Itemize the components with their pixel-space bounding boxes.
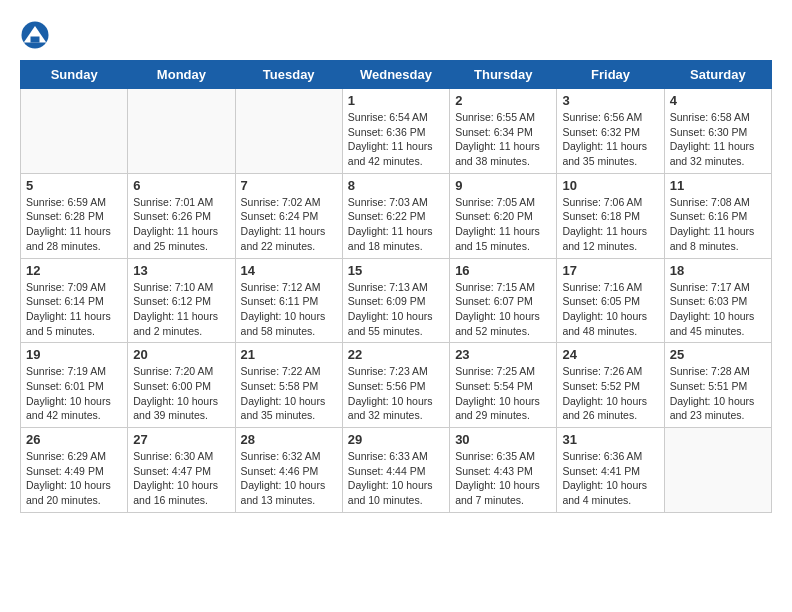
day-number: 12 (26, 263, 122, 278)
day-number: 7 (241, 178, 337, 193)
day-info: Sunrise: 7:26 AM Sunset: 5:52 PM Dayligh… (562, 364, 658, 423)
day-info: Sunrise: 6:33 AM Sunset: 4:44 PM Dayligh… (348, 449, 444, 508)
calendar-cell: 11Sunrise: 7:08 AM Sunset: 6:16 PM Dayli… (664, 173, 771, 258)
day-info: Sunrise: 6:29 AM Sunset: 4:49 PM Dayligh… (26, 449, 122, 508)
weekday-header: Sunday (21, 61, 128, 89)
calendar-cell: 30Sunrise: 6:35 AM Sunset: 4:43 PM Dayli… (450, 428, 557, 513)
calendar-cell: 27Sunrise: 6:30 AM Sunset: 4:47 PM Dayli… (128, 428, 235, 513)
day-info: Sunrise: 7:20 AM Sunset: 6:00 PM Dayligh… (133, 364, 229, 423)
calendar-cell (21, 89, 128, 174)
day-info: Sunrise: 6:54 AM Sunset: 6:36 PM Dayligh… (348, 110, 444, 169)
day-number: 11 (670, 178, 766, 193)
day-info: Sunrise: 7:12 AM Sunset: 6:11 PM Dayligh… (241, 280, 337, 339)
calendar-cell: 28Sunrise: 6:32 AM Sunset: 4:46 PM Dayli… (235, 428, 342, 513)
day-info: Sunrise: 7:06 AM Sunset: 6:18 PM Dayligh… (562, 195, 658, 254)
day-number: 25 (670, 347, 766, 362)
day-number: 13 (133, 263, 229, 278)
weekday-header: Tuesday (235, 61, 342, 89)
day-info: Sunrise: 7:09 AM Sunset: 6:14 PM Dayligh… (26, 280, 122, 339)
calendar-week-row: 26Sunrise: 6:29 AM Sunset: 4:49 PM Dayli… (21, 428, 772, 513)
weekday-header: Saturday (664, 61, 771, 89)
day-number: 6 (133, 178, 229, 193)
day-number: 10 (562, 178, 658, 193)
day-info: Sunrise: 7:02 AM Sunset: 6:24 PM Dayligh… (241, 195, 337, 254)
calendar-cell: 19Sunrise: 7:19 AM Sunset: 6:01 PM Dayli… (21, 343, 128, 428)
logo-icon (20, 20, 50, 50)
calendar-cell (235, 89, 342, 174)
weekday-header: Thursday (450, 61, 557, 89)
calendar-cell: 16Sunrise: 7:15 AM Sunset: 6:07 PM Dayli… (450, 258, 557, 343)
calendar-table: SundayMondayTuesdayWednesdayThursdayFrid… (20, 60, 772, 513)
calendar-cell: 3Sunrise: 6:56 AM Sunset: 6:32 PM Daylig… (557, 89, 664, 174)
calendar-cell: 6Sunrise: 7:01 AM Sunset: 6:26 PM Daylig… (128, 173, 235, 258)
calendar-cell: 31Sunrise: 6:36 AM Sunset: 4:41 PM Dayli… (557, 428, 664, 513)
day-number: 14 (241, 263, 337, 278)
calendar-cell: 26Sunrise: 6:29 AM Sunset: 4:49 PM Dayli… (21, 428, 128, 513)
day-info: Sunrise: 6:56 AM Sunset: 6:32 PM Dayligh… (562, 110, 658, 169)
day-number: 29 (348, 432, 444, 447)
calendar-cell: 10Sunrise: 7:06 AM Sunset: 6:18 PM Dayli… (557, 173, 664, 258)
day-info: Sunrise: 6:35 AM Sunset: 4:43 PM Dayligh… (455, 449, 551, 508)
day-number: 21 (241, 347, 337, 362)
calendar-cell: 2Sunrise: 6:55 AM Sunset: 6:34 PM Daylig… (450, 89, 557, 174)
day-info: Sunrise: 6:55 AM Sunset: 6:34 PM Dayligh… (455, 110, 551, 169)
day-info: Sunrise: 7:13 AM Sunset: 6:09 PM Dayligh… (348, 280, 444, 339)
calendar-cell: 21Sunrise: 7:22 AM Sunset: 5:58 PM Dayli… (235, 343, 342, 428)
calendar-week-row: 1Sunrise: 6:54 AM Sunset: 6:36 PM Daylig… (21, 89, 772, 174)
day-number: 20 (133, 347, 229, 362)
calendar-cell: 13Sunrise: 7:10 AM Sunset: 6:12 PM Dayli… (128, 258, 235, 343)
day-info: Sunrise: 7:28 AM Sunset: 5:51 PM Dayligh… (670, 364, 766, 423)
day-info: Sunrise: 7:16 AM Sunset: 6:05 PM Dayligh… (562, 280, 658, 339)
calendar-cell (128, 89, 235, 174)
day-number: 27 (133, 432, 229, 447)
day-number: 22 (348, 347, 444, 362)
weekday-header: Wednesday (342, 61, 449, 89)
day-number: 16 (455, 263, 551, 278)
calendar-cell: 8Sunrise: 7:03 AM Sunset: 6:22 PM Daylig… (342, 173, 449, 258)
day-number: 17 (562, 263, 658, 278)
day-number: 30 (455, 432, 551, 447)
day-number: 9 (455, 178, 551, 193)
calendar-cell: 22Sunrise: 7:23 AM Sunset: 5:56 PM Dayli… (342, 343, 449, 428)
calendar-week-row: 5Sunrise: 6:59 AM Sunset: 6:28 PM Daylig… (21, 173, 772, 258)
calendar-cell: 12Sunrise: 7:09 AM Sunset: 6:14 PM Dayli… (21, 258, 128, 343)
calendar-cell: 15Sunrise: 7:13 AM Sunset: 6:09 PM Dayli… (342, 258, 449, 343)
day-number: 24 (562, 347, 658, 362)
calendar-week-row: 19Sunrise: 7:19 AM Sunset: 6:01 PM Dayli… (21, 343, 772, 428)
day-info: Sunrise: 6:59 AM Sunset: 6:28 PM Dayligh… (26, 195, 122, 254)
day-info: Sunrise: 7:08 AM Sunset: 6:16 PM Dayligh… (670, 195, 766, 254)
day-number: 8 (348, 178, 444, 193)
svg-rect-2 (31, 37, 40, 43)
calendar-cell: 5Sunrise: 6:59 AM Sunset: 6:28 PM Daylig… (21, 173, 128, 258)
day-info: Sunrise: 7:01 AM Sunset: 6:26 PM Dayligh… (133, 195, 229, 254)
day-number: 19 (26, 347, 122, 362)
calendar-cell: 24Sunrise: 7:26 AM Sunset: 5:52 PM Dayli… (557, 343, 664, 428)
weekday-header-row: SundayMondayTuesdayWednesdayThursdayFrid… (21, 61, 772, 89)
day-info: Sunrise: 7:10 AM Sunset: 6:12 PM Dayligh… (133, 280, 229, 339)
calendar-cell: 18Sunrise: 7:17 AM Sunset: 6:03 PM Dayli… (664, 258, 771, 343)
day-info: Sunrise: 6:32 AM Sunset: 4:46 PM Dayligh… (241, 449, 337, 508)
day-number: 23 (455, 347, 551, 362)
day-number: 26 (26, 432, 122, 447)
calendar-cell: 29Sunrise: 6:33 AM Sunset: 4:44 PM Dayli… (342, 428, 449, 513)
day-info: Sunrise: 6:36 AM Sunset: 4:41 PM Dayligh… (562, 449, 658, 508)
calendar-week-row: 12Sunrise: 7:09 AM Sunset: 6:14 PM Dayli… (21, 258, 772, 343)
day-number: 3 (562, 93, 658, 108)
day-number: 2 (455, 93, 551, 108)
weekday-header: Friday (557, 61, 664, 89)
calendar-cell: 20Sunrise: 7:20 AM Sunset: 6:00 PM Dayli… (128, 343, 235, 428)
day-info: Sunrise: 7:23 AM Sunset: 5:56 PM Dayligh… (348, 364, 444, 423)
day-info: Sunrise: 7:05 AM Sunset: 6:20 PM Dayligh… (455, 195, 551, 254)
calendar-cell: 25Sunrise: 7:28 AM Sunset: 5:51 PM Dayli… (664, 343, 771, 428)
day-info: Sunrise: 7:19 AM Sunset: 6:01 PM Dayligh… (26, 364, 122, 423)
calendar-cell: 17Sunrise: 7:16 AM Sunset: 6:05 PM Dayli… (557, 258, 664, 343)
day-info: Sunrise: 7:17 AM Sunset: 6:03 PM Dayligh… (670, 280, 766, 339)
day-info: Sunrise: 7:15 AM Sunset: 6:07 PM Dayligh… (455, 280, 551, 339)
day-number: 18 (670, 263, 766, 278)
day-number: 28 (241, 432, 337, 447)
page-header (20, 20, 772, 50)
calendar-cell (664, 428, 771, 513)
day-number: 5 (26, 178, 122, 193)
day-number: 15 (348, 263, 444, 278)
calendar-cell: 9Sunrise: 7:05 AM Sunset: 6:20 PM Daylig… (450, 173, 557, 258)
